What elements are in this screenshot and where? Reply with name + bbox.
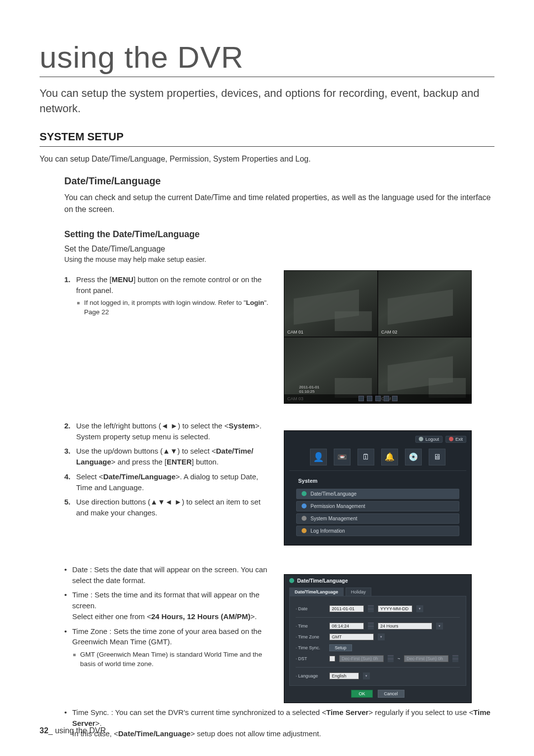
menu-permission-management[interactable]: Permission Management	[296, 501, 459, 511]
menu-log-information[interactable]: Log Information	[296, 526, 459, 536]
label-dst: · DST	[296, 656, 325, 661]
text: >.	[251, 612, 257, 621]
footer-sep: _	[48, 726, 55, 735]
text: Time : Sets the time and its format that…	[72, 590, 260, 610]
text: > setup does not allow time adjustment.	[190, 729, 321, 738]
dtl-bold: Date/Time/Language	[103, 472, 176, 481]
cam-tile-2: CAM 02	[378, 271, 471, 336]
spinner-icon[interactable]	[368, 605, 374, 612]
chevron-down-icon[interactable]: ▾	[436, 623, 443, 630]
spinner-icon[interactable]	[452, 655, 458, 662]
page-footer: 32_ using the DVR	[40, 726, 106, 735]
label-language: · Language	[296, 673, 325, 678]
footer-text: using the DVR	[55, 726, 106, 735]
text: If not logged in, it prompts with login …	[84, 299, 246, 306]
cam-label: CAM 01	[287, 330, 304, 335]
set-dtl-line: Set the Date/Time/Language	[64, 245, 494, 253]
bullet-timesync: Time Sync. : You can set the DVR's curre…	[64, 707, 494, 739]
step-number: 1.	[64, 274, 76, 317]
subheading-intro: You can check and setup the current Date…	[64, 192, 494, 215]
enter-bold: ENTER	[167, 458, 192, 466]
step-1: Press the [MENU] button on the remote co…	[76, 274, 272, 317]
dtl-dialog-title: Date/Time/Language	[284, 575, 471, 587]
text: Press the [	[76, 275, 112, 284]
menu-system-management[interactable]: System Management	[296, 513, 459, 524]
date-field[interactable]: 2011-01-01	[329, 605, 364, 612]
text: > and press the [	[111, 458, 167, 466]
system-heading: System	[298, 478, 466, 484]
label-timezone: · Time Zone	[296, 634, 325, 639]
date-format-field[interactable]: YYYY-MM-DD	[378, 605, 412, 612]
page-title: using the DVR	[40, 40, 494, 77]
chevron-down-icon[interactable]: ▾	[416, 605, 423, 612]
label: Date/Time/Language	[297, 578, 348, 584]
label: Permission Management	[311, 504, 365, 509]
login-bold: Login	[246, 299, 264, 306]
dst-end-field[interactable]: Dec-First (Sun) 0h	[404, 655, 448, 662]
step-2: Use the left/right buttons (◄ ►) to sele…	[76, 420, 272, 442]
power-icon	[449, 437, 453, 441]
language-field[interactable]: English	[329, 672, 359, 679]
step-number: 4.	[64, 471, 76, 493]
time-format-field[interactable]: 24 Hours	[378, 623, 432, 630]
label-timesync: · Time Sync.	[296, 645, 325, 650]
bullet-date: Date : Sets the date that will appear on…	[64, 564, 272, 586]
cam-tile-3: CAM 03	[284, 337, 377, 403]
tab-date-time-language[interactable]: Date/Time/Language	[289, 588, 344, 596]
section-intro: You can setup Date/Time/Language, Permis…	[40, 154, 494, 165]
text: Time Zone : Sets the time zone of your a…	[72, 627, 262, 646]
layout-icon	[392, 396, 398, 401]
tilde: ~	[398, 656, 400, 661]
chevron-down-icon[interactable]: ▾	[378, 633, 385, 640]
cancel-button[interactable]: Cancel	[378, 690, 404, 698]
setup-button[interactable]: Setup	[329, 644, 352, 651]
menu-date-time-language[interactable]: Date/Time/Language	[296, 489, 459, 499]
event-icon[interactable]: 🔔	[381, 449, 398, 465]
label: Exit	[455, 437, 463, 442]
quad-timestamp-small: 2011-01-0101:10:25	[299, 385, 319, 394]
logout-button[interactable]: Logout	[415, 436, 443, 443]
step-3: Use the up/down buttons (▲▼) to select <…	[76, 446, 272, 467]
label: Logout	[425, 437, 439, 442]
page-number: 32	[40, 726, 48, 735]
bullet-timezone-sub: GMT (Greenwich Mean Time) is standard Wo…	[72, 650, 272, 669]
subheading-date-time-language: Date/Time/Language	[64, 175, 494, 187]
ok-button[interactable]: OK	[351, 690, 372, 698]
layout-icon	[367, 396, 372, 401]
subsubheading-setting-dtl: Setting the Date/Time/Language	[64, 229, 494, 240]
dst-checkbox[interactable]	[329, 656, 335, 662]
step-4: Select <Date/Time/Language>. A dialog to…	[76, 471, 272, 493]
chevron-down-icon[interactable]: ▾	[363, 672, 370, 679]
text: Time Sync. : You can set the DVR's curre…	[72, 708, 326, 716]
spinner-icon[interactable]	[368, 623, 374, 630]
gear-icon	[302, 516, 307, 521]
record-icon[interactable]: 🗓	[357, 449, 374, 465]
refresh-icon	[302, 528, 307, 533]
text: Use the left/right buttons (◄ ►) to sele…	[76, 421, 229, 430]
globe-icon	[289, 578, 294, 583]
backup-icon[interactable]: 💿	[405, 449, 422, 465]
text: Select <	[76, 472, 103, 481]
dtl-dialog-screenshot: Date/Time/Language Date/Time/Language Ho…	[284, 574, 472, 703]
layout-icon	[358, 396, 364, 401]
menu-bold: MENU	[112, 275, 134, 284]
mouse-note: Using the mouse may help make setup easi…	[64, 255, 494, 263]
label: Date/Time/Language	[311, 491, 356, 497]
tab-holiday[interactable]: Holiday	[346, 588, 371, 596]
text: ] button.	[192, 458, 219, 466]
system-icon[interactable]: 👤	[310, 449, 327, 465]
spinner-icon[interactable]	[388, 655, 394, 662]
device-icon[interactable]: 📼	[334, 449, 351, 465]
time-field[interactable]: 08:14:24	[329, 623, 364, 630]
bold: Date/Time/Language	[118, 729, 190, 738]
top-nav-icons: 👤 📼 🗓 🔔 💿 🖥	[289, 446, 466, 471]
timezone-field[interactable]: GMT	[329, 633, 374, 640]
label: System Management	[311, 516, 357, 521]
text: Use the up/down buttons (▲▼) to select <	[76, 447, 216, 455]
cam-tile-4: CAM 04	[378, 337, 471, 403]
exit-button[interactable]: Exit	[445, 436, 466, 443]
info-icon	[419, 437, 423, 441]
network-icon[interactable]: 🖥	[429, 449, 445, 465]
layout-icon	[375, 396, 381, 401]
dst-start-field[interactable]: Dec-First (Sun) 0h	[339, 655, 384, 662]
